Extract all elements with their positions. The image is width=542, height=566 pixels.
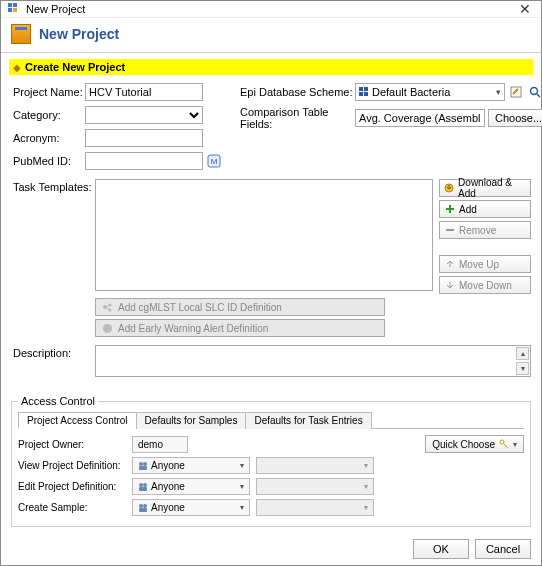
tab-defaults-samples[interactable]: Defaults for Samples	[136, 412, 247, 429]
epi-scheme-label: Epi Database Scheme:	[240, 86, 355, 98]
epi-scheme-value: Default Bacteria	[372, 86, 450, 98]
svg-point-20	[500, 440, 504, 444]
svg-rect-0	[8, 3, 12, 7]
project-icon	[11, 24, 31, 44]
view-def-extra-select[interactable]: ▾	[256, 457, 374, 474]
chevron-right-icon: ◆	[13, 62, 21, 73]
pubmed-label: PubMed ID:	[13, 155, 85, 167]
svg-rect-1	[13, 3, 17, 7]
users-icon	[138, 461, 148, 471]
tab-project-access[interactable]: Project Access Control	[18, 412, 137, 429]
comp-fields-label: Comparison Table Fields:	[240, 106, 355, 130]
svg-point-28	[139, 504, 143, 508]
users-icon	[138, 503, 148, 513]
edit-def-extra-select[interactable]: ▾	[256, 478, 374, 495]
svg-point-23	[143, 462, 147, 466]
svg-rect-8	[359, 92, 363, 96]
svg-point-22	[139, 462, 143, 466]
svg-text:M: M	[211, 157, 218, 166]
dialog-title: New Project	[39, 26, 119, 42]
create-sample-label: Create Sample:	[18, 502, 126, 513]
svg-rect-27	[139, 487, 147, 491]
minus-icon	[444, 225, 455, 236]
move-down-button[interactable]: Move Down	[439, 276, 531, 294]
window-title: New Project	[26, 3, 515, 15]
chevron-down-icon: ▾	[513, 440, 517, 449]
edit-def-label: Edit Project Definition:	[18, 481, 126, 492]
task-templates-list[interactable]	[95, 179, 433, 291]
section-banner: ◆ Create New Project	[9, 59, 533, 75]
pubmed-input[interactable]	[85, 152, 203, 170]
view-def-select[interactable]: Anyone ▾	[132, 457, 250, 474]
cgmlst-icon	[102, 302, 113, 313]
create-sample-extra-select[interactable]: ▾	[256, 499, 374, 516]
move-up-button[interactable]: Move Up	[439, 255, 531, 273]
acronym-label: Acronym:	[13, 132, 85, 144]
choose-button[interactable]: Choose...	[488, 109, 542, 127]
comp-fields-value	[355, 109, 485, 127]
svg-point-11	[531, 88, 538, 95]
titlebar: New Project ✕	[1, 1, 541, 18]
description-textarea[interactable]: ▴ ▾	[95, 345, 531, 377]
category-select[interactable]	[85, 106, 203, 124]
db-icon	[359, 87, 369, 97]
access-control-group: Access Control Project Access Control De…	[11, 395, 531, 527]
svg-point-25	[139, 483, 143, 487]
project-name-input[interactable]	[85, 83, 203, 101]
svg-rect-24	[139, 466, 147, 470]
ok-button[interactable]: OK	[413, 539, 469, 559]
project-name-label: Project Name:	[13, 86, 85, 98]
arrow-down-icon	[444, 280, 455, 291]
svg-point-29	[143, 504, 147, 508]
banner-text: Create New Project	[25, 61, 125, 73]
chevron-down-icon: ▾	[496, 87, 501, 97]
close-icon[interactable]: ✕	[515, 1, 535, 17]
arrow-up-icon	[444, 259, 455, 270]
edit-def-select[interactable]: Anyone ▾	[132, 478, 250, 495]
add-cgmlst-button[interactable]: Add cgMLST Local SLC ID Definition	[95, 298, 385, 316]
acronym-input[interactable]	[85, 129, 203, 147]
create-sample-select[interactable]: Anyone ▾	[132, 499, 250, 516]
dialog-header: New Project	[1, 18, 541, 53]
quick-choose-button[interactable]: Quick Choose ▾	[425, 435, 524, 453]
users-icon	[138, 482, 148, 492]
svg-rect-2	[8, 8, 12, 12]
svg-line-21	[504, 444, 509, 449]
scroll-up-icon[interactable]: ▴	[516, 347, 529, 360]
plus-icon	[444, 204, 455, 215]
svg-point-19	[103, 324, 112, 333]
project-owner-value[interactable]: demo	[132, 436, 188, 453]
scroll-down-icon[interactable]: ▾	[516, 362, 529, 375]
svg-rect-7	[364, 87, 368, 91]
svg-line-12	[537, 94, 540, 97]
project-owner-label: Project Owner:	[18, 439, 126, 450]
epi-search-icon[interactable]	[527, 84, 542, 100]
app-icon	[7, 2, 21, 16]
access-control-legend: Access Control	[18, 395, 98, 407]
remove-button[interactable]: Remove	[439, 221, 531, 239]
add-early-warning-button[interactable]: Add Early Warning Alert Definition	[95, 319, 385, 337]
category-label: Category:	[13, 109, 85, 121]
key-icon	[499, 439, 509, 449]
svg-rect-3	[13, 8, 17, 12]
download-add-button[interactable]: Download & Add	[439, 179, 531, 197]
svg-point-26	[143, 483, 147, 487]
pubmed-lookup-icon[interactable]: M	[206, 153, 222, 169]
cancel-button[interactable]: Cancel	[475, 539, 531, 559]
dialog-footer: OK Cancel	[1, 533, 541, 566]
download-icon	[444, 183, 454, 194]
svg-rect-6	[359, 87, 363, 91]
tab-defaults-tasks[interactable]: Defaults for Task Entries	[245, 412, 371, 429]
epi-edit-icon[interactable]	[508, 84, 524, 100]
add-button[interactable]: Add	[439, 200, 531, 218]
alert-icon	[102, 323, 113, 334]
svg-rect-9	[364, 92, 368, 96]
description-label: Description:	[13, 345, 95, 377]
view-def-label: View Project Definition:	[18, 460, 126, 471]
svg-rect-30	[139, 508, 147, 512]
task-templates-label: Task Templates:	[13, 179, 95, 193]
epi-scheme-combo[interactable]: Default Bacteria ▾	[355, 83, 505, 101]
dialog-window: New Project ✕ New Project ◆ Create New P…	[0, 0, 542, 566]
